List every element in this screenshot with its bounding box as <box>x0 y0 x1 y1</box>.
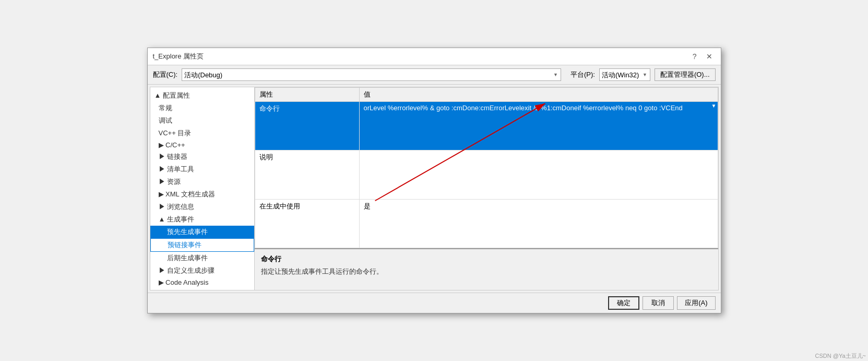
platform-section: 平台(P): 活动(Win32) 配置管理器(O)... <box>570 68 716 81</box>
desc-title: 命令行 <box>261 254 712 264</box>
sidebar-item-manifest[interactable]: ▶ 清单工具 <box>150 163 254 176</box>
platform-select[interactable]: 活动(Win32) <box>599 68 650 81</box>
cancel-button[interactable]: 取消 <box>643 296 674 310</box>
col-property: 属性 <box>255 88 359 102</box>
dialog-title: t_Explore 属性页 <box>153 52 204 61</box>
prop-name: 说明 <box>255 150 359 199</box>
title-bar-buttons: ? ✕ <box>689 51 716 62</box>
prop-value[interactable]: 是 <box>359 199 718 248</box>
platform-label: 平台(P): <box>570 70 595 79</box>
table-row[interactable]: 说明 <box>255 150 718 199</box>
sidebar-item-general[interactable]: 常规 <box>150 102 254 114</box>
sidebar-item-linker[interactable]: ▶ 链接器 <box>150 150 254 163</box>
watermark: CSDN @Ya土豆儿~ <box>815 352 866 360</box>
sidebar-item-xml-gen[interactable]: ▶ XML 文档生成器 <box>150 188 254 201</box>
properties-table: 属性 值 命令行orLevel %errorlevel% & goto :cmD… <box>255 87 718 248</box>
prop-value[interactable]: orLevel %errorlevel% & goto :cmDone:cmEr… <box>359 102 718 150</box>
table-row[interactable]: 命令行orLevel %errorlevel% & goto :cmDone:c… <box>255 102 718 150</box>
title-bar: t_Explore 属性页 ? ✕ <box>148 48 721 65</box>
prop-value[interactable] <box>359 150 718 199</box>
help-button[interactable]: ? <box>689 51 700 62</box>
platform-select-wrapper: 活动(Win32) <box>599 68 650 81</box>
sidebar-item-code-analysis[interactable]: ▶ Code Analysis <box>150 277 254 288</box>
main-content: ▲ 配置属性常规调试VC++ 目录▶ C/C++▶ 链接器▶ 清单工具▶ 资源▶… <box>150 87 719 290</box>
prop-name: 命令行 <box>255 102 359 150</box>
config-select[interactable]: 活动(Debug) <box>182 68 561 81</box>
description-panel: 命令行 指定让预先生成事件工具运行的命令行。 <box>255 248 718 290</box>
col-value: 值 <box>359 88 718 102</box>
config-row: 配置(C): 活动(Debug) 平台(P): 活动(Win32) 配置管理器(… <box>148 65 721 85</box>
ok-button[interactable]: 确定 <box>608 296 639 310</box>
table-row[interactable]: 在生成中使用是 <box>255 199 718 248</box>
sidebar-item-debug[interactable]: 调试 <box>150 114 254 127</box>
sidebar: ▲ 配置属性常规调试VC++ 目录▶ C/C++▶ 链接器▶ 清单工具▶ 资源▶… <box>150 87 255 290</box>
config-label: 配置(C): <box>153 70 178 79</box>
right-panel: 属性 值 命令行orLevel %errorlevel% & goto :cmD… <box>255 87 718 290</box>
prop-name: 在生成中使用 <box>255 199 359 248</box>
config-select-wrapper: 活动(Debug) <box>182 68 561 81</box>
sidebar-item-browser[interactable]: ▶ 浏览信息 <box>150 201 254 213</box>
manage-config-button[interactable]: 配置管理器(O)... <box>655 68 716 81</box>
sidebar-item-build-events[interactable]: ▲ 生成事件 <box>150 213 254 226</box>
sidebar-item-custom-steps[interactable]: ▶ 自定义生成步骤 <box>150 264 254 277</box>
sidebar-item-pre-link[interactable]: 预链接事件 <box>150 238 254 252</box>
close-button[interactable]: ✕ <box>703 51 716 62</box>
sidebar-item-pre-build[interactable]: 预先生成事件 <box>150 226 254 238</box>
sidebar-item-vcpp-dirs[interactable]: VC++ 目录 <box>150 127 254 139</box>
sidebar-item-post-build[interactable]: 后期生成事件 <box>150 252 254 264</box>
sidebar-item-resources[interactable]: ▶ 资源 <box>150 176 254 188</box>
sidebar-item-config-props[interactable]: ▲ 配置属性 <box>150 89 254 102</box>
bottom-bar: 确定 取消 应用(A) <box>148 293 721 313</box>
apply-button[interactable]: 应用(A) <box>677 296 715 310</box>
properties-dialog: t_Explore 属性页 ? ✕ 配置(C): 活动(Debug) 平台(P)… <box>147 48 721 313</box>
sidebar-item-cpp[interactable]: ▶ C/C++ <box>150 139 254 150</box>
desc-text: 指定让预先生成事件工具运行的命令行。 <box>261 267 712 276</box>
